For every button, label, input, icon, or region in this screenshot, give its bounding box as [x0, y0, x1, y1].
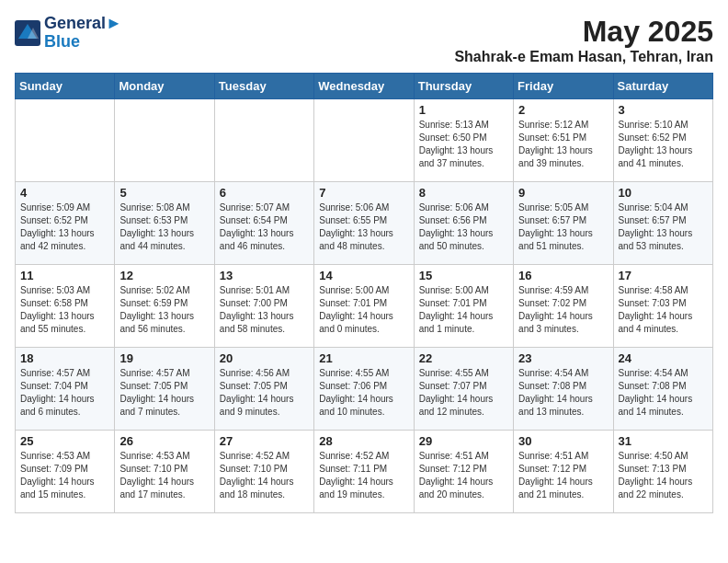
cell-info: Sunrise: 5:05 AM [518, 201, 608, 214]
cell-info: Sunrise: 4:51 AM [518, 450, 608, 463]
calendar-cell: 14Sunrise: 5:00 AMSunset: 7:01 PMDayligh… [314, 265, 414, 348]
calendar-cell: 25Sunrise: 4:53 AMSunset: 7:09 PMDayligh… [16, 431, 115, 513]
cell-info: Daylight: 13 hours and 58 minutes. [220, 310, 309, 336]
cell-info: Sunrise: 4:58 AM [619, 284, 708, 297]
month-title: May 2025 [454, 15, 713, 49]
day-number: 26 [119, 434, 209, 448]
day-number: 13 [220, 269, 309, 282]
calendar-cell: 12Sunrise: 5:02 AMSunset: 6:59 PMDayligh… [115, 265, 214, 348]
cell-info: Daylight: 14 hours and 20 minutes. [419, 476, 508, 501]
cell-info: Sunrise: 4:56 AM [220, 367, 309, 380]
cell-info: Daylight: 14 hours and 21 minutes. [518, 476, 608, 501]
cell-info: Sunset: 7:01 PM [319, 297, 408, 310]
cell-info: Sunrise: 5:13 AM [419, 119, 508, 132]
calendar-cell: 3Sunrise: 5:10 AMSunset: 6:52 PMDaylight… [613, 99, 712, 182]
cell-info: Sunrise: 4:55 AM [319, 367, 408, 380]
calendar-cell: 16Sunrise: 4:59 AMSunset: 7:02 PMDayligh… [514, 265, 613, 348]
cell-info: Sunrise: 4:52 AM [220, 450, 309, 463]
calendar-cell: 1Sunrise: 5:13 AMSunset: 6:50 PMDaylight… [414, 99, 513, 182]
cell-info: Sunset: 7:08 PM [619, 380, 708, 393]
cell-info: Sunset: 6:52 PM [619, 132, 708, 144]
calendar-cell: 8Sunrise: 5:06 AMSunset: 6:56 PMDaylight… [414, 182, 513, 265]
cell-info: Daylight: 14 hours and 3 minutes. [518, 310, 608, 336]
day-number: 28 [319, 434, 408, 448]
calendar-cell: 13Sunrise: 5:01 AMSunset: 7:00 PMDayligh… [214, 265, 313, 348]
day-number: 23 [518, 351, 608, 365]
calendar-cell: 19Sunrise: 4:57 AMSunset: 7:05 PMDayligh… [115, 348, 214, 431]
cell-info: Sunrise: 4:53 AM [20, 450, 109, 463]
cell-info: Sunrise: 4:54 AM [518, 367, 608, 380]
day-number: 3 [619, 103, 708, 117]
cell-info: Daylight: 13 hours and 51 minutes. [518, 227, 608, 253]
day-number: 8 [419, 186, 508, 200]
cell-info: Sunrise: 5:04 AM [619, 201, 708, 214]
day-number: 11 [20, 269, 109, 282]
header-wednesday: Wednesday [314, 74, 414, 99]
cell-info: Daylight: 14 hours and 19 minutes. [319, 476, 408, 501]
cell-info: Daylight: 14 hours and 6 minutes. [20, 393, 109, 419]
header-saturday: Saturday [613, 74, 712, 99]
cell-info: Sunrise: 5:08 AM [119, 201, 209, 214]
day-number: 20 [220, 351, 309, 365]
cell-info: Daylight: 14 hours and 22 minutes. [619, 476, 708, 501]
day-number: 6 [220, 186, 309, 200]
calendar-cell: 11Sunrise: 5:03 AMSunset: 6:58 PMDayligh… [16, 265, 115, 348]
calendar-cell: 30Sunrise: 4:51 AMSunset: 7:12 PMDayligh… [514, 431, 613, 513]
calendar-cell: 21Sunrise: 4:55 AMSunset: 7:06 PMDayligh… [314, 348, 414, 431]
cell-info: Sunset: 7:05 PM [119, 380, 209, 393]
cell-info: Sunrise: 5:06 AM [319, 201, 408, 214]
cell-info: Daylight: 14 hours and 15 minutes. [20, 476, 109, 501]
cell-info: Sunset: 7:00 PM [220, 297, 309, 310]
calendar-cell [214, 99, 313, 182]
logo: General► Blue [15, 15, 122, 52]
cell-info: Sunrise: 5:10 AM [619, 119, 708, 132]
cell-info: Sunset: 7:12 PM [419, 463, 508, 476]
day-number: 15 [419, 269, 508, 282]
cell-info: Sunset: 7:01 PM [419, 297, 508, 310]
cell-info: Sunrise: 5:06 AM [419, 201, 508, 214]
calendar-cell: 24Sunrise: 4:54 AMSunset: 7:08 PMDayligh… [613, 348, 712, 431]
cell-info: Daylight: 13 hours and 50 minutes. [419, 227, 508, 253]
header-thursday: Thursday [414, 74, 513, 99]
day-number: 19 [119, 351, 209, 365]
day-number: 21 [319, 351, 408, 365]
cell-info: Sunset: 6:53 PM [119, 214, 209, 227]
day-number: 7 [319, 186, 408, 200]
cell-info: Sunset: 6:57 PM [619, 214, 708, 227]
cell-info: Sunrise: 5:12 AM [518, 119, 608, 132]
cell-info: Sunset: 7:09 PM [20, 463, 109, 476]
cell-info: Sunset: 6:52 PM [20, 214, 109, 227]
calendar-cell: 18Sunrise: 4:57 AMSunset: 7:04 PMDayligh… [16, 348, 115, 431]
cell-info: Sunset: 6:56 PM [419, 214, 508, 227]
calendar-cell: 20Sunrise: 4:56 AMSunset: 7:05 PMDayligh… [214, 348, 313, 431]
day-number: 4 [20, 186, 109, 200]
calendar-cell: 22Sunrise: 4:55 AMSunset: 7:07 PMDayligh… [414, 348, 513, 431]
cell-info: Sunrise: 5:02 AM [119, 284, 209, 297]
day-number: 30 [518, 434, 608, 448]
cell-info: Sunrise: 4:50 AM [619, 450, 708, 463]
cell-info: Sunrise: 4:53 AM [119, 450, 209, 463]
cell-info: Sunrise: 5:09 AM [20, 201, 109, 214]
day-number: 5 [119, 186, 209, 200]
cell-info: Sunset: 7:07 PM [419, 380, 508, 393]
day-number: 17 [619, 269, 708, 282]
cell-info: Sunrise: 4:57 AM [119, 367, 209, 380]
day-number: 16 [518, 269, 608, 282]
cell-info: Sunset: 7:08 PM [518, 380, 608, 393]
cell-info: Daylight: 13 hours and 48 minutes. [319, 227, 408, 253]
day-number: 2 [518, 103, 608, 117]
day-number: 18 [20, 351, 109, 365]
cell-info: Daylight: 13 hours and 41 minutes. [619, 144, 708, 170]
logo-text: General► Blue [44, 15, 122, 52]
cell-info: Sunrise: 5:00 AM [319, 284, 408, 297]
cell-info: Sunset: 7:03 PM [619, 297, 708, 310]
cell-info: Daylight: 14 hours and 9 minutes. [220, 393, 309, 419]
calendar-cell [115, 99, 214, 182]
cell-info: Daylight: 13 hours and 37 minutes. [419, 144, 508, 170]
cell-info: Sunrise: 4:55 AM [419, 367, 508, 380]
cell-info: Daylight: 13 hours and 42 minutes. [20, 227, 109, 253]
calendar-cell: 4Sunrise: 5:09 AMSunset: 6:52 PMDaylight… [16, 182, 115, 265]
day-number: 24 [619, 351, 708, 365]
cell-info: Sunset: 7:06 PM [319, 380, 408, 393]
day-number: 27 [220, 434, 309, 448]
